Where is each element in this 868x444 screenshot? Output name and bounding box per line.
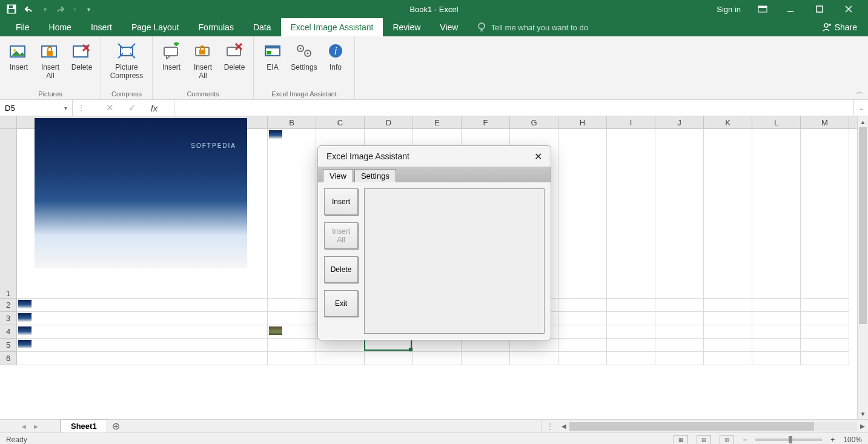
- column-header[interactable]: C: [316, 116, 365, 128]
- pictures-delete-button[interactable]: Delete: [67, 39, 97, 88]
- cell[interactable]: [558, 312, 607, 325]
- sheet-tab[interactable]: Sheet1: [61, 419, 107, 432]
- ribbon-display-options-icon[interactable]: [758, 5, 770, 13]
- cell[interactable]: [17, 299, 268, 312]
- cell[interactable]: [558, 339, 607, 352]
- cell[interactable]: [655, 339, 704, 352]
- eia-settings-button[interactable]: Settings: [289, 39, 319, 88]
- cell[interactable]: [752, 129, 801, 299]
- normal-view-button[interactable]: ▦: [674, 435, 688, 445]
- embedded-image-thumb[interactable]: [18, 313, 31, 322]
- dialog-insert-all-button[interactable]: Insert All: [324, 222, 358, 249]
- formula-bar-input[interactable]: [174, 100, 853, 116]
- undo-dropdown-icon[interactable]: ▾: [44, 6, 47, 13]
- scrollbar-thumb[interactable]: [569, 422, 814, 431]
- cell[interactable]: [268, 312, 316, 325]
- comments-insert-all-button[interactable]: Insert All: [188, 39, 218, 88]
- share-button[interactable]: Share: [821, 18, 868, 36]
- row-header[interactable]: 2: [0, 299, 17, 312]
- cell[interactable]: [801, 129, 849, 299]
- cell[interactable]: [17, 312, 268, 325]
- signin-link[interactable]: Sign in: [717, 5, 741, 14]
- cell[interactable]: [801, 299, 849, 312]
- tab-review[interactable]: Review: [383, 18, 430, 36]
- save-icon[interactable]: [6, 4, 17, 15]
- cell[interactable]: [655, 129, 704, 299]
- select-all-button[interactable]: [0, 116, 17, 128]
- cell[interactable]: [316, 352, 365, 365]
- cell[interactable]: [268, 339, 316, 352]
- column-header[interactable]: K: [704, 116, 752, 128]
- eia-info-button[interactable]: i Info: [320, 39, 351, 88]
- column-header[interactable]: L: [752, 116, 801, 128]
- cell[interactable]: [607, 299, 655, 312]
- tab-formulas[interactable]: Formulas: [189, 18, 244, 36]
- page-layout-view-button[interactable]: ▤: [697, 435, 711, 445]
- column-header[interactable]: J: [655, 116, 704, 128]
- enter-icon[interactable]: ✓: [128, 102, 136, 113]
- undo-icon[interactable]: [24, 4, 35, 15]
- dialog-title-bar[interactable]: Excel Image Assistant ✕: [318, 146, 551, 167]
- column-header[interactable]: F: [462, 116, 510, 128]
- cell[interactable]: [704, 325, 752, 339]
- column-header[interactable]: I: [607, 116, 655, 128]
- qat-customize-icon[interactable]: ▾: [87, 6, 90, 13]
- cell[interactable]: [462, 339, 510, 352]
- cell[interactable]: [17, 339, 268, 352]
- zoom-percent[interactable]: 100%: [843, 436, 862, 444]
- cell[interactable]: [268, 299, 316, 312]
- column-header[interactable]: E: [413, 116, 462, 128]
- formula-bar-expand-button[interactable]: ⌄: [853, 100, 868, 116]
- close-button[interactable]: [845, 5, 857, 13]
- cell[interactable]: [704, 299, 752, 312]
- cell[interactable]: [655, 352, 704, 365]
- redo-icon[interactable]: [54, 4, 65, 15]
- scroll-up-icon[interactable]: ▲: [858, 116, 868, 127]
- cell[interactable]: [704, 339, 752, 352]
- cell[interactable]: [704, 129, 752, 299]
- scrollbar-thumb[interactable]: [859, 127, 867, 324]
- cell[interactable]: [655, 299, 704, 312]
- new-sheet-button[interactable]: ⊕: [107, 420, 125, 432]
- tell-me-search[interactable]: Tell me what you want to do: [477, 18, 588, 36]
- scroll-down-icon[interactable]: ▼: [858, 408, 868, 419]
- cell[interactable]: [316, 339, 365, 352]
- cell[interactable]: [655, 325, 704, 339]
- dialog-delete-button[interactable]: Delete: [324, 256, 358, 283]
- dialog-close-button[interactable]: ✕: [534, 151, 542, 162]
- tab-excel-image-assistant[interactable]: Excel Image Assistant: [281, 18, 383, 36]
- dialog-insert-button[interactable]: Insert: [324, 188, 358, 215]
- cell[interactable]: [510, 352, 558, 365]
- pictures-insert-all-button[interactable]: Insert All: [35, 39, 65, 88]
- zoom-out-button[interactable]: −: [743, 436, 747, 444]
- redo-dropdown-icon[interactable]: ▾: [73, 6, 76, 13]
- fx-icon[interactable]: fx: [151, 103, 158, 113]
- row-header[interactable]: 5: [0, 339, 17, 352]
- cell[interactable]: [462, 352, 510, 365]
- tab-view[interactable]: View: [430, 18, 468, 36]
- comments-delete-button[interactable]: Delete: [219, 39, 250, 88]
- cell[interactable]: [558, 325, 607, 339]
- zoom-in-button[interactable]: +: [830, 436, 835, 444]
- cell[interactable]: [558, 299, 607, 312]
- pictures-insert-button[interactable]: Insert: [4, 39, 34, 88]
- embedded-image-thumb[interactable]: [18, 340, 31, 348]
- column-header[interactable]: G: [510, 116, 558, 128]
- zoom-slider[interactable]: [755, 439, 822, 441]
- cell[interactable]: [268, 352, 316, 365]
- cancel-icon[interactable]: ✕: [106, 102, 114, 113]
- cell[interactable]: [558, 352, 607, 365]
- cell[interactable]: [17, 325, 268, 339]
- cell[interactable]: [365, 352, 413, 365]
- cell[interactable]: [752, 352, 801, 365]
- tab-page-layout[interactable]: Page Layout: [122, 18, 189, 36]
- cell[interactable]: [704, 312, 752, 325]
- cell[interactable]: [752, 325, 801, 339]
- dialog-tab-view[interactable]: View: [323, 169, 353, 182]
- cell[interactable]: [413, 352, 462, 365]
- cell[interactable]: [607, 129, 655, 299]
- embedded-image-thumb[interactable]: [269, 130, 282, 139]
- cell[interactable]: [607, 325, 655, 339]
- cell[interactable]: [752, 339, 801, 352]
- picture-compress-button[interactable]: Picture Compress: [105, 39, 148, 88]
